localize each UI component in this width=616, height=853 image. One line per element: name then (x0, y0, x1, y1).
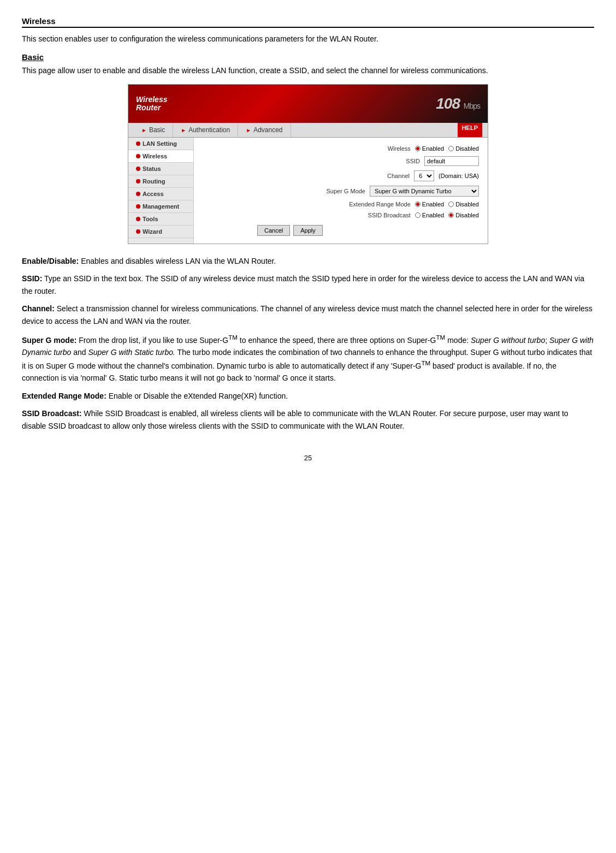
sidebar-item-routing[interactable]: Routing (128, 175, 193, 188)
channel-label: Channel (327, 173, 414, 179)
extended-range-desc: Extended Range Mode: Enable or Disable t… (22, 390, 594, 402)
sidebar-item-wireless[interactable]: Wireless (128, 150, 193, 163)
ssid-broadcast-disabled-radio[interactable] (448, 212, 454, 218)
channel-desc-label: Channel: (22, 304, 55, 313)
extended-range-row: Extended Range Mode Enabled Disabled (203, 201, 479, 208)
sidebar-label-management: Management (143, 203, 179, 210)
sidebar-item-status[interactable]: Status (128, 163, 193, 175)
extended-range-desc-text: Enable or Disable the eXtended Range(XR)… (109, 392, 288, 400)
sidebar-item-access[interactable]: Access (128, 188, 193, 200)
extended-enabled-label: Enabled (422, 201, 444, 208)
ssid-broadcast-enabled-option[interactable]: Enabled (415, 212, 444, 218)
cancel-button[interactable]: Cancel (257, 225, 290, 236)
extended-disabled-option[interactable]: Disabled (448, 201, 479, 208)
wireless-enabled-label: Enabled (422, 145, 444, 152)
intro-text: This section enables user to configurati… (22, 33, 594, 45)
sidebar-item-management[interactable]: Management (128, 200, 193, 213)
ssid-broadcast-label: SSID Broadcast (328, 212, 415, 218)
wireless-label: Wireless (328, 145, 415, 152)
ssid-label: SSID (337, 158, 424, 164)
ssid-broadcast-enabled-radio[interactable] (415, 212, 420, 218)
wireless-enabled-radio[interactable] (415, 146, 420, 151)
basic-section-desc: This page allow user to enable and disab… (22, 65, 594, 76)
nav-item-basic[interactable]: ► Basic (134, 123, 173, 137)
speed-unit: Mbps (464, 102, 480, 110)
channel-domain: (Domain: USA) (439, 173, 479, 179)
ssid-broadcast-disabled-option[interactable]: Disabled (448, 212, 479, 218)
wireless-disabled-option[interactable]: Disabled (448, 145, 479, 152)
sidebar-label-status: Status (143, 165, 161, 172)
super-g-desc-text: From the drop list, if you like to use S… (22, 336, 594, 383)
super-g-desc-label: Super G mode: (22, 336, 76, 345)
sidebar-item-tools[interactable]: Tools (128, 213, 193, 226)
nav-arrow-auth: ► (181, 127, 186, 133)
enable-disable-label: Enable/Disable: (22, 257, 79, 265)
channel-desc-text: Select a transmission channel for wirele… (22, 304, 593, 325)
channel-select[interactable]: 6 (414, 170, 434, 181)
descriptions-section: Enable/Disable: Enables and disables wir… (22, 255, 594, 432)
help-button[interactable]: HELP (458, 123, 482, 137)
router-logo-line2: Router (136, 104, 167, 112)
router-ui-screenshot: Wireless Router 108 Mbps ► Basic ► Authe… (128, 84, 488, 244)
sidebar-item-wizard[interactable]: Wizard (128, 226, 193, 238)
sidebar-dot-routing (136, 179, 140, 183)
router-sidebar: LAN Setting Wireless Status Routing Acce… (128, 138, 194, 244)
sidebar-label-tools: Tools (143, 216, 158, 222)
wireless-enabled-option[interactable]: Enabled (415, 145, 444, 152)
sidebar-label-routing: Routing (143, 178, 165, 185)
button-row: Cancel Apply (203, 225, 479, 236)
super-g-select[interactable]: Super G with Dynamic Turbo (370, 186, 479, 197)
page-number: 25 (22, 454, 594, 462)
router-content: Wireless Enabled Disabled SSID (194, 138, 488, 244)
extended-disabled-radio[interactable] (448, 202, 454, 207)
ssid-value-container (424, 156, 479, 166)
page-title: Wireless (22, 16, 594, 28)
enable-disable-desc: Enable/Disable: Enables and disables wir… (22, 255, 594, 267)
router-speed: 108 Mbps (436, 95, 480, 112)
router-body: LAN Setting Wireless Status Routing Acce… (128, 138, 488, 244)
basic-section-title: Basic (22, 52, 594, 62)
channel-desc: Channel: Select a transmission channel f… (22, 303, 594, 327)
sidebar-label-wireless: Wireless (143, 153, 167, 159)
ssid-desc: SSID: Type an SSID in the text box. The … (22, 273, 594, 297)
ssid-broadcast-enabled-label: Enabled (422, 212, 444, 218)
sidebar-dot-management (136, 204, 140, 209)
super-g-label: Super G Mode (282, 188, 370, 194)
speed-value: 108 (436, 95, 460, 112)
enable-disable-text: Enables and disables wireless LAN via th… (81, 257, 276, 265)
super-g-value-container: Super G with Dynamic Turbo (370, 186, 479, 197)
wireless-row: Wireless Enabled Disabled (203, 145, 479, 152)
ssid-input[interactable] (424, 156, 479, 166)
router-logo-line1: Wireless (136, 96, 167, 104)
wireless-disabled-radio[interactable] (448, 146, 454, 151)
router-nav: ► Basic ► Authentication ► Advanced HELP (128, 123, 488, 138)
nav-label-auth: Authentication (188, 126, 230, 134)
sidebar-label-wizard: Wizard (143, 228, 162, 235)
ssid-broadcast-desc: SSID Broadcast: While SSID Broadcast is … (22, 407, 594, 432)
sidebar-dot-tools (136, 217, 140, 221)
sidebar-label-lan: LAN Setting (143, 140, 177, 147)
extended-enabled-option[interactable]: Enabled (415, 201, 444, 208)
extended-enabled-radio[interactable] (415, 202, 420, 207)
nav-label-basic: Basic (149, 126, 165, 134)
super-g-row: Super G Mode Super G with Dynamic Turbo (203, 186, 479, 197)
nav-item-authentication[interactable]: ► Authentication (173, 123, 238, 137)
sidebar-dot-status (136, 167, 140, 171)
channel-row: Channel 6 (Domain: USA) (203, 170, 479, 181)
sidebar-item-lan-setting[interactable]: LAN Setting (128, 138, 193, 150)
router-header: Wireless Router 108 Mbps (128, 85, 488, 123)
extended-disabled-label: Disabled (455, 201, 479, 208)
sidebar-dot-wizard (136, 229, 140, 234)
extended-range-value: Enabled Disabled (415, 201, 479, 208)
extended-range-label: Extended Range Mode (328, 201, 415, 208)
router-logo: Wireless Router (136, 96, 167, 112)
apply-button[interactable]: Apply (293, 225, 323, 236)
nav-arrow-adv: ► (246, 127, 251, 133)
ssid-row: SSID (203, 156, 479, 166)
super-g-desc: Super G mode: From the drop list, if you… (22, 333, 594, 384)
nav-item-advanced[interactable]: ► Advanced (238, 123, 291, 137)
sidebar-label-access: Access (143, 191, 164, 197)
ssid-broadcast-disabled-label: Disabled (455, 212, 479, 218)
wireless-disabled-label: Disabled (455, 145, 479, 152)
ssid-desc-text: Type an SSID in the text box. The SSID o… (22, 274, 584, 295)
